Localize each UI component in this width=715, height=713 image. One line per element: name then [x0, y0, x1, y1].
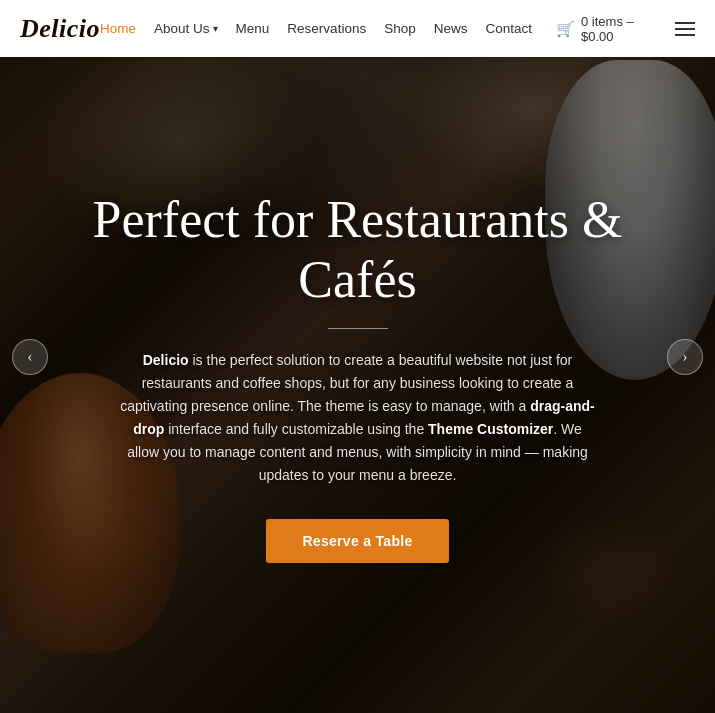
reserve-table-button[interactable]: Reserve a Table: [266, 519, 448, 563]
hero-title: Perfect for Restaurants & Cafés: [80, 190, 635, 310]
nav-contact[interactable]: Contact: [485, 21, 532, 36]
cart-label: 0 items – $0.00: [581, 14, 643, 44]
hero-section: ‹ › Perfect for Restaurants & Cafés Deli…: [0, 0, 715, 713]
nav-menu[interactable]: Menu: [236, 21, 270, 36]
nav-about-us[interactable]: About Us ▾: [154, 21, 218, 36]
hero-description: Delicio is the perfect solution to creat…: [118, 349, 598, 488]
site-header: Delicio Home About Us ▾ Menu Reservation…: [0, 0, 715, 57]
hero-arrow-left[interactable]: ‹: [12, 339, 48, 375]
nav-reservations[interactable]: Reservations: [287, 21, 366, 36]
cart-icon: 🛒: [556, 20, 575, 38]
arrow-right-icon: ›: [682, 348, 687, 366]
site-logo[interactable]: Delicio: [20, 14, 100, 44]
chevron-down-icon: ▾: [213, 23, 218, 34]
hamburger-menu[interactable]: [675, 22, 695, 36]
nav-news[interactable]: News: [434, 21, 468, 36]
hamburger-line-3: [675, 34, 695, 36]
hamburger-line-1: [675, 22, 695, 24]
hero-content: Perfect for Restaurants & Cafés Delicio …: [0, 0, 715, 713]
cart-area[interactable]: 🛒 0 items – $0.00: [556, 14, 643, 44]
nav-home[interactable]: Home: [100, 21, 136, 36]
hero-divider: [328, 328, 388, 329]
hero-arrow-right[interactable]: ›: [667, 339, 703, 375]
nav-about-us-link: About Us: [154, 21, 210, 36]
main-nav: Home About Us ▾ Menu Reservations Shop N…: [100, 14, 695, 44]
arrow-left-icon: ‹: [27, 348, 32, 366]
hamburger-line-2: [675, 28, 695, 30]
nav-shop[interactable]: Shop: [384, 21, 416, 36]
